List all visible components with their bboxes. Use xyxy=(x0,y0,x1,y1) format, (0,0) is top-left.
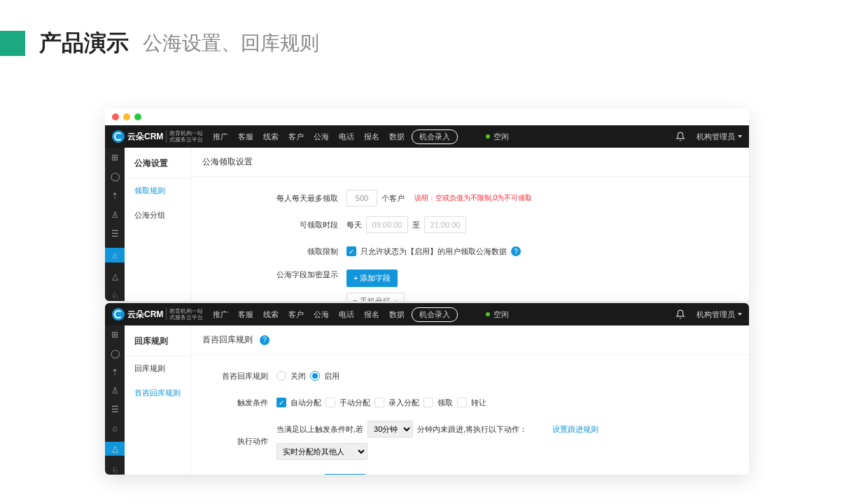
logo-icon xyxy=(112,130,125,143)
nav-service[interactable]: 客服 xyxy=(238,309,253,320)
logo[interactable]: 云朵CRM 教育机构一站式服务云平台 xyxy=(112,308,203,321)
nav-phone[interactable]: 电话 xyxy=(339,309,354,320)
side-item-return-rules[interactable]: 回库规则 xyxy=(125,356,190,381)
nav-signup[interactable]: 报名 xyxy=(364,309,379,320)
text-then: 分钟内未跟进,将执行以下动作： xyxy=(417,424,527,435)
label-daily-max: 每人每天最多领取 xyxy=(268,193,338,204)
nav-signup[interactable]: 报名 xyxy=(364,132,379,142)
window-return-rules: 云朵CRM 教育机构一站式服务云平台 推广 客服 线索 客户 公海 电话 报名 … xyxy=(105,303,749,475)
nav-phone[interactable]: 电话 xyxy=(339,132,354,142)
close-dot[interactable] xyxy=(112,113,119,120)
rail-icon-3[interactable]: ⇡ xyxy=(109,367,120,377)
remove-tag-icon[interactable]: × xyxy=(393,298,398,302)
side-item-first-consult-return[interactable]: 首咨回库规则 xyxy=(125,381,190,405)
label-time-window: 可领取时段 xyxy=(268,220,338,230)
select-action[interactable]: 实时分配给其他人 xyxy=(276,443,368,460)
label-on: 启用 xyxy=(324,371,340,382)
help-icon[interactable]: ? xyxy=(511,246,521,256)
accent-block xyxy=(0,31,25,56)
nav-service[interactable]: 客服 xyxy=(238,132,253,142)
checkbox-enabled-only[interactable]: ✓ xyxy=(346,246,356,256)
notification-bell-icon[interactable] xyxy=(676,309,685,319)
rail-icon-pool[interactable]: ⌂ xyxy=(105,248,125,262)
chk-transfer[interactable] xyxy=(457,398,467,407)
rail-icon-8[interactable]: ♘ xyxy=(109,464,120,475)
rail-icon-7[interactable]: △ xyxy=(109,271,120,281)
chk-manual-assign[interactable] xyxy=(326,398,335,407)
rail-icon-1[interactable]: ⊞ xyxy=(109,330,120,340)
nav-data[interactable]: 数据 xyxy=(389,132,405,142)
rail-icon-2[interactable]: ◯ xyxy=(109,349,120,359)
radio-on[interactable] xyxy=(310,371,320,381)
text-when: 当满足以上触发条件时,若 xyxy=(276,424,363,435)
notification-bell-icon[interactable] xyxy=(676,132,685,141)
nav-leads[interactable]: 线索 xyxy=(263,132,279,142)
side-item-claim-rules[interactable]: 领取规则 xyxy=(125,178,190,203)
nav-pool[interactable]: 公海 xyxy=(314,309,329,320)
rail-icon-1[interactable]: ⊞ xyxy=(109,152,120,162)
zoom-dot[interactable] xyxy=(134,113,141,120)
content-header: 首咨回库规则 ? xyxy=(191,326,749,355)
agent-status[interactable]: 空闲 xyxy=(486,309,509,320)
label-daily: 每天 xyxy=(346,220,362,230)
record-opportunity-button[interactable]: 机会录入 xyxy=(412,307,458,322)
nav-customers[interactable]: 客户 xyxy=(288,309,304,320)
top-nav-bar: 云朵CRM 教育机构一站式服务云平台 推广 客服 线索 客户 公海 电话 报名 … xyxy=(105,125,749,148)
chk-entry-assign[interactable] xyxy=(374,398,384,407)
hint-daily-max: 说明：空或负值为不限制,0为不可领取 xyxy=(414,193,532,203)
top-nav-bar: 云朵CRM 教育机构一站式服务云平台 推广 客服 线索 客户 公海 电话 报名 … xyxy=(105,303,749,326)
field-tag-phone: ≡ 手机号码 × xyxy=(346,293,405,301)
nav-promotion[interactable]: 推广 xyxy=(213,309,228,320)
add-field-button[interactable]: + 添加字段 xyxy=(346,270,398,287)
select-duration[interactable]: 30分钟 xyxy=(368,421,413,438)
logo-icon xyxy=(112,308,125,321)
side-item-pool-groups[interactable]: 公海分组 xyxy=(125,203,190,227)
label-action: 执行动作 xyxy=(219,421,268,447)
rail-icon-4[interactable]: ♙ xyxy=(109,386,120,396)
agent-status[interactable]: 空闲 xyxy=(486,132,509,142)
unit-customers: 个客户 xyxy=(382,193,405,204)
help-icon[interactable]: ? xyxy=(260,335,270,345)
rail-icon-2[interactable]: ◯ xyxy=(109,171,120,181)
logo-text: 云朵CRM xyxy=(127,309,163,321)
rail-icon-4[interactable]: ♙ xyxy=(109,209,120,220)
nav-customers[interactable]: 客户 xyxy=(288,132,304,142)
nav-data[interactable]: 数据 xyxy=(389,309,405,320)
record-opportunity-button[interactable]: 机会录入 xyxy=(412,130,458,144)
minimize-dot[interactable] xyxy=(123,113,130,120)
logo-tagline: 教育机构一站式服务云平台 xyxy=(166,130,203,143)
left-icon-rail: ⊞ ◯ ⇡ ♙ ☰ ⌂ △ ♘ xyxy=(105,148,125,301)
rail-icon-return[interactable]: △ xyxy=(105,442,125,456)
save-button[interactable]: 保存 xyxy=(324,474,366,475)
user-menu[interactable]: 机构管理员 xyxy=(696,309,742,320)
side-menu: 回库规则 回库规则 首咨回库规则 xyxy=(125,326,191,475)
logo[interactable]: 云朵CRM 教育机构一站式服务云平台 xyxy=(112,130,203,143)
radio-off[interactable] xyxy=(276,371,286,381)
input-daily-max[interactable] xyxy=(346,190,377,206)
content-area: 公海领取设置 每人每天最多领取 个客户 说明：空或负值为不限制,0为不可领取 可… xyxy=(191,148,749,301)
rail-icon-5[interactable]: ☰ xyxy=(109,405,120,415)
side-menu: 公海设置 领取规则 公海分组 xyxy=(125,148,191,301)
rail-icon-5[interactable]: ☰ xyxy=(109,229,120,239)
rail-icon-3[interactable]: ⇡ xyxy=(109,190,120,201)
content-header: 公海领取设置 xyxy=(191,148,749,177)
logo-text: 云朵CRM xyxy=(127,131,163,143)
logo-tagline: 教育机构一站式服务云平台 xyxy=(166,308,203,321)
side-menu-title: 公海设置 xyxy=(125,158,190,178)
nav-pool[interactable]: 公海 xyxy=(314,132,329,142)
nav-promotion[interactable]: 推广 xyxy=(213,132,228,142)
rail-icon-8[interactable]: ♘ xyxy=(109,290,120,301)
link-followup-rules[interactable]: 设置跟进规则 xyxy=(552,424,598,435)
label-trigger: 触发条件 xyxy=(219,398,268,408)
input-time-from[interactable] xyxy=(366,216,408,233)
label-encrypt-fields: 公海字段加密显示 xyxy=(268,270,338,280)
status-dot-icon xyxy=(486,134,490,139)
user-menu[interactable]: 机构管理员 xyxy=(696,132,742,142)
input-time-to[interactable] xyxy=(424,216,466,233)
nav-leads[interactable]: 线索 xyxy=(263,309,279,320)
top-nav-items: 推广 客服 线索 客户 公海 电话 报名 数据 xyxy=(213,309,405,320)
chk-claim[interactable] xyxy=(424,398,433,407)
rail-icon-6[interactable]: ⌂ xyxy=(109,423,120,433)
chk-auto-assign[interactable]: ✓ xyxy=(276,398,286,407)
status-dot-icon xyxy=(486,312,490,316)
